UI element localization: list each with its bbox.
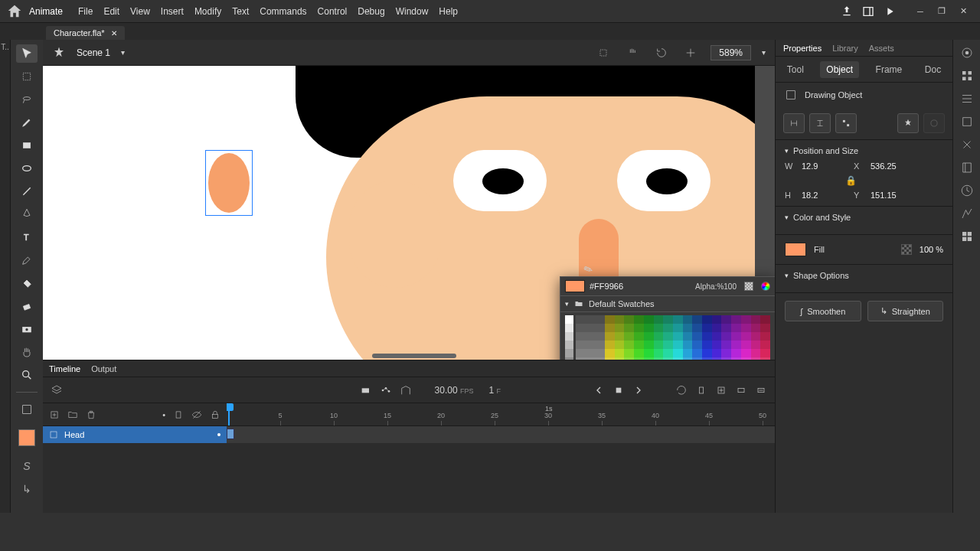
components-panel-icon[interactable]	[960, 207, 974, 220]
options-toggle[interactable]: ↳	[22, 483, 31, 495]
hand-tool[interactable]	[16, 343, 38, 361]
canvas[interactable]: ✎ #FF9966 Alpha:%100 ▾ Default Swatches	[43, 66, 775, 360]
panels-icon[interactable]	[862, 5, 874, 18]
picker-hex[interactable]: #FF9966	[590, 282, 623, 291]
document-tab[interactable]: Character.fla* ✕	[46, 26, 125, 40]
layer-row[interactable]: Head	[43, 426, 775, 443]
pen-tool[interactable]	[16, 205, 38, 223]
align-vert-button[interactable]	[809, 113, 831, 133]
line-tool[interactable]	[16, 182, 38, 201]
fps-value[interactable]: 30.00	[435, 385, 458, 396]
transform-panel-icon[interactable]	[960, 115, 974, 129]
oval-tool[interactable]	[16, 159, 38, 178]
height-field[interactable]: 18.2	[802, 191, 848, 200]
menu-control[interactable]: Control	[318, 6, 348, 17]
selection-tool[interactable]	[16, 44, 38, 63]
new-layer-icon[interactable]	[49, 409, 60, 420]
menu-text[interactable]: Text	[232, 6, 249, 17]
subtab-tool[interactable]: Tool	[781, 61, 810, 78]
play-icon[interactable]	[884, 5, 896, 18]
brush-tool[interactable]	[16, 113, 38, 132]
lasso-tool[interactable]	[16, 90, 38, 109]
color-grid[interactable]	[576, 315, 770, 360]
lock-toggle-icon[interactable]	[210, 409, 220, 420]
delete-layer-icon[interactable]	[86, 409, 96, 420]
onion-icon[interactable]	[400, 384, 412, 396]
prev-icon[interactable]	[593, 384, 605, 396]
position-size-header[interactable]: ▾Position and Size	[785, 146, 943, 155]
stop-icon[interactable]	[612, 384, 625, 396]
assets-tab[interactable]: Assets	[869, 44, 894, 53]
next-icon[interactable]	[632, 384, 645, 396]
menu-insert[interactable]: Insert	[161, 6, 184, 17]
camera-tool[interactable]	[16, 320, 38, 338]
outline-toggle-icon[interactable]	[173, 409, 184, 420]
library-tab[interactable]: Library	[832, 44, 858, 53]
scene-dropdown-icon[interactable]: ▾	[121, 48, 125, 57]
paint-bucket-tool[interactable]	[16, 274, 38, 292]
menu-window[interactable]: Window	[396, 6, 429, 17]
properties-tab[interactable]: Properties	[783, 44, 822, 53]
insert-frame-icon[interactable]	[735, 384, 747, 396]
lock-aspect-icon[interactable]: 🔒	[785, 175, 916, 186]
loop-icon[interactable]	[675, 384, 688, 396]
straighten-button[interactable]: ↳Straighten	[867, 301, 944, 321]
frame-ruler[interactable]: 5101520253035404550556065707580859095100…	[227, 403, 775, 425]
distribute-button[interactable]	[835, 113, 857, 133]
selected-oval[interactable]	[205, 150, 253, 216]
align-horiz-button[interactable]	[783, 113, 805, 133]
keyframe-camera-icon[interactable]	[360, 384, 372, 396]
color-panel-icon[interactable]	[960, 46, 974, 60]
visibility-toggle-icon[interactable]	[191, 409, 202, 420]
fill-alpha-field[interactable]: 100 %	[920, 245, 943, 254]
zoom-dropdown-icon[interactable]: ▾	[762, 48, 766, 57]
insert-keyframe-icon[interactable]	[695, 384, 707, 396]
picker-alpha[interactable]: Alpha:%100	[695, 282, 737, 291]
convert-symbol-button[interactable]	[923, 113, 945, 133]
y-field[interactable]: 151.15	[871, 191, 916, 200]
scene-name[interactable]: Scene 1	[77, 47, 110, 58]
layer-frames[interactable]	[227, 426, 775, 443]
color-style-header[interactable]: ▾Color and Style	[785, 213, 943, 222]
share-icon[interactable]	[841, 5, 853, 18]
free-transform-tool[interactable]	[16, 67, 38, 86]
layer-name[interactable]: Head	[64, 430, 84, 439]
output-tab[interactable]: Output	[91, 364, 116, 373]
timeline-tab[interactable]: Timeline	[49, 364, 80, 373]
snap-toggle[interactable]: S	[23, 460, 30, 472]
no-color-icon[interactable]	[744, 282, 753, 291]
clip-icon[interactable]	[597, 47, 609, 59]
fill-color-chip[interactable]	[785, 243, 806, 256]
menu-modify[interactable]: Modify	[194, 6, 221, 17]
insert-blank-icon[interactable]	[715, 384, 727, 396]
x-field[interactable]: 536.25	[871, 161, 916, 171]
grid-panel-icon[interactable]	[960, 230, 974, 243]
keyframe[interactable]	[227, 429, 234, 439]
eraser-tool[interactable]	[16, 297, 38, 315]
menu-commands[interactable]: Commands	[260, 6, 306, 17]
rotate-icon[interactable]	[655, 47, 668, 59]
hand-icon[interactable]	[626, 47, 639, 59]
swatches-collapse-icon[interactable]: ▾	[565, 300, 569, 308]
subtab-object[interactable]: Object	[820, 61, 859, 78]
picker-current-color[interactable]	[565, 280, 585, 292]
alpha-chip[interactable]	[901, 244, 912, 255]
subtab-doc[interactable]: Doc	[919, 61, 947, 78]
subtab-frame[interactable]: Frame	[870, 61, 909, 78]
home-icon[interactable]	[6, 3, 23, 20]
info-panel-icon[interactable]	[960, 138, 974, 152]
zoom-tool[interactable]	[16, 366, 38, 384]
text-tool[interactable]: T	[16, 228, 38, 246]
break-apart-button[interactable]	[897, 113, 919, 133]
rectangle-tool[interactable]	[16, 136, 38, 155]
scene-icon[interactable]	[52, 46, 66, 60]
zoom-field[interactable]: 589%	[710, 45, 751, 60]
library-panel-icon[interactable]	[960, 161, 974, 174]
stroke-swatch-tool[interactable]	[16, 400, 38, 419]
window-close[interactable]: ✕	[952, 4, 974, 19]
width-field[interactable]: 12.9	[802, 161, 848, 171]
layers-icon[interactable]	[51, 384, 63, 396]
menu-file[interactable]: File	[78, 6, 93, 17]
playhead[interactable]	[228, 403, 230, 425]
grayscale-column[interactable]	[565, 315, 573, 360]
